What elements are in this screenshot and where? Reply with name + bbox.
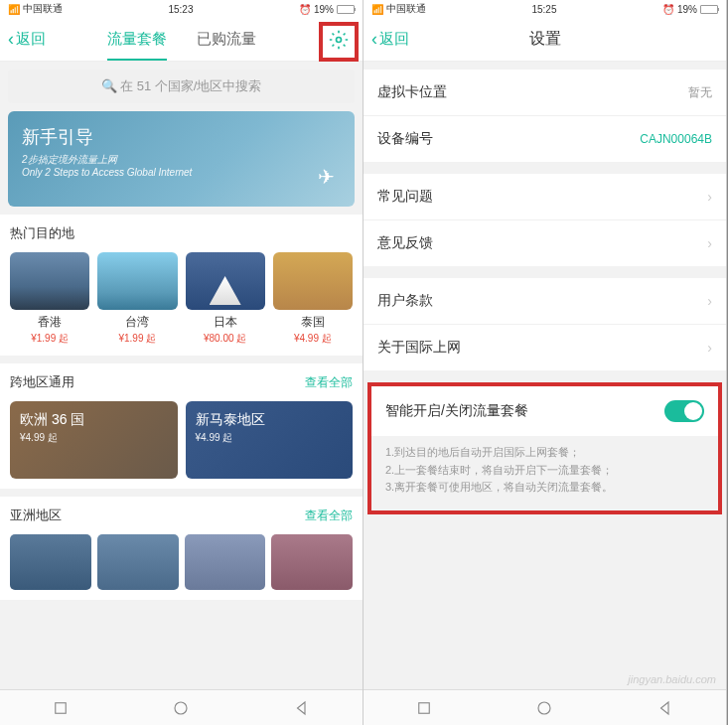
search-placeholder: 在 51 个国家/地区中搜索 — [120, 78, 261, 93]
nav-home-icon[interactable] — [172, 699, 190, 717]
content: 🔍 在 51 个国家/地区中搜索 新手引导 2步搞定境外流量上网 Only 2 … — [0, 62, 363, 689]
gear-icon[interactable] — [329, 30, 349, 50]
smart-toggle-switch[interactable] — [664, 400, 704, 422]
battery-pct: 19% — [314, 4, 334, 15]
nav-bottom — [364, 689, 726, 725]
back-button[interactable]: ‹ 返回 — [8, 29, 46, 50]
hero-title: 新手引导 — [22, 125, 341, 149]
nav-home-icon[interactable] — [535, 699, 553, 717]
phone-right: 📶 中国联通 15:25 ⏰ 19% ‹ 返回 设置 虚拟卡位置 暂无 设备编号… — [364, 0, 727, 725]
hero-banner[interactable]: 新手引导 2步搞定境外流量上网 Only 2 Steps to Access G… — [8, 111, 355, 207]
hero-sub1: 2步搞定境外流量上网 — [22, 153, 341, 166]
battery-icon — [700, 5, 718, 14]
asia-item[interactable] — [185, 534, 266, 590]
row-feedback[interactable]: 意见反馈 › — [364, 220, 726, 266]
status-time: 15:23 — [168, 4, 193, 15]
svg-point-2 — [175, 702, 187, 714]
section-hot: 热门目的地 香港 ¥1.99 起 台湾 ¥1.99 起 日本 ¥80.00 起 — [0, 215, 363, 356]
battery-icon — [337, 5, 355, 14]
battery-pct: 19% — [677, 4, 697, 15]
dest-img — [10, 252, 89, 310]
back-label: 返回 — [16, 30, 46, 49]
alarm-icon: ⏰ — [662, 4, 674, 15]
page-title: 设置 — [529, 29, 561, 50]
tabs: 流量套餐 已购流量 — [107, 18, 256, 61]
back-arrow-icon: ‹ — [8, 29, 14, 50]
status-bar: 📶 中国联通 15:23 ⏰ 19% — [0, 0, 363, 18]
row-device[interactable]: 设备编号 CAJN00064B — [364, 116, 726, 162]
dest-img — [273, 252, 353, 310]
svg-point-0 — [337, 38, 342, 43]
toggle-description: 1.到达目的地后自动开启国际上网套餐； 2.上一套餐结束时，将自动开启下一流量套… — [371, 436, 718, 510]
status-time: 15:25 — [531, 4, 556, 15]
back-arrow-icon: ‹ — [371, 29, 377, 50]
dest-japan[interactable]: 日本 ¥80.00 起 — [186, 252, 265, 346]
settings-group-3: 用户条款 › 关于国际上网 › — [364, 278, 726, 370]
chevron-right-icon: › — [707, 340, 712, 356]
nav-bar: ‹ 返回 设置 — [364, 18, 726, 62]
asia-title: 亚洲地区 — [10, 507, 62, 524]
carrier: 中国联通 — [23, 2, 63, 16]
settings-highlight — [319, 22, 359, 62]
chevron-right-icon: › — [707, 235, 712, 251]
toggle-highlight: 智能开启/关闭流量套餐 1.到达目的地后自动开启国际上网套餐； 2.上一套餐结束… — [367, 382, 722, 514]
cross-title: 跨地区通用 — [10, 373, 74, 391]
signal-icon: 📶 — [8, 4, 20, 15]
plane-icon: ✈ — [318, 165, 335, 189]
section-asia: 亚洲地区 查看全部 — [0, 497, 363, 600]
dest-img — [97, 252, 177, 310]
settings-group-1: 虚拟卡位置 暂无 设备编号 CAJN00064B — [364, 70, 726, 162]
cross-viewall[interactable]: 查看全部 — [305, 374, 353, 391]
dest-taiwan[interactable]: 台湾 ¥1.99 起 — [97, 252, 177, 346]
back-label: 返回 — [379, 30, 409, 49]
back-button[interactable]: ‹ 返回 — [371, 29, 409, 50]
chevron-right-icon: › — [707, 189, 712, 205]
search-icon: 🔍 — [101, 78, 117, 93]
row-terms[interactable]: 用户条款 › — [364, 278, 726, 325]
row-about[interactable]: 关于国际上网 › — [364, 325, 726, 370]
carrier: 中国联通 — [386, 2, 426, 16]
tab-purchased[interactable]: 已购流量 — [197, 18, 256, 61]
row-smart-toggle: 智能开启/关闭流量套餐 — [371, 386, 718, 436]
hero-sub2: Only 2 Steps to Access Global Internet — [22, 166, 341, 179]
row-faq[interactable]: 常见问题 › — [364, 174, 726, 220]
nav-recent-icon[interactable] — [52, 699, 70, 717]
watermark: jingyan.baidu.com — [628, 673, 716, 685]
settings-list: 虚拟卡位置 暂无 设备编号 CAJN00064B 常见问题 › 意见反馈 › 用… — [364, 62, 726, 514]
asia-item[interactable] — [97, 534, 179, 590]
row-vcard[interactable]: 虚拟卡位置 暂无 — [364, 70, 726, 116]
region-europe[interactable]: 欧洲 36 国 ¥4.99 起 — [10, 401, 178, 479]
dest-hongkong[interactable]: 香港 ¥1.99 起 — [10, 252, 89, 346]
section-cross: 跨地区通用 查看全部 欧洲 36 国 ¥4.99 起 新马泰地区 ¥4.99 起 — [0, 363, 363, 489]
svg-rect-3 — [419, 702, 430, 713]
search-input[interactable]: 🔍 在 51 个国家/地区中搜索 — [8, 70, 355, 103]
signal-icon: 📶 — [371, 4, 383, 15]
asia-item[interactable] — [10, 534, 91, 590]
asia-item[interactable] — [271, 534, 353, 590]
svg-point-4 — [538, 702, 550, 714]
nav-bar: ‹ 返回 流量套餐 已购流量 — [0, 18, 363, 62]
status-bar: 📶 中国联通 15:25 ⏰ 19% — [364, 0, 726, 18]
nav-back-icon[interactable] — [293, 699, 311, 717]
phone-left: 📶 中国联通 15:23 ⏰ 19% ‹ 返回 流量套餐 已购流量 🔍 在 51… — [0, 0, 364, 725]
chevron-right-icon: › — [707, 293, 712, 309]
hot-title: 热门目的地 — [10, 224, 74, 242]
region-seasia[interactable]: 新马泰地区 ¥4.99 起 — [186, 401, 354, 479]
nav-recent-icon[interactable] — [415, 699, 433, 717]
svg-rect-1 — [56, 702, 67, 713]
dest-thailand[interactable]: 泰国 ¥4.99 起 — [273, 252, 353, 346]
alarm-icon: ⏰ — [299, 4, 311, 15]
nav-back-icon[interactable] — [656, 699, 674, 717]
asia-viewall[interactable]: 查看全部 — [305, 508, 353, 524]
tab-plans[interactable]: 流量套餐 — [107, 18, 167, 61]
dest-img — [186, 252, 265, 310]
settings-group-2: 常见问题 › 意见反馈 › — [364, 174, 726, 266]
nav-bottom — [0, 689, 363, 725]
